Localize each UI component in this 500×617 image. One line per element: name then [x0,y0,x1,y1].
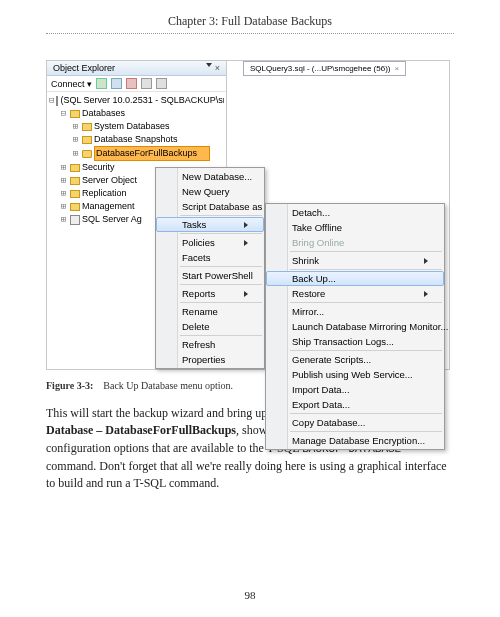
menu-item-label: Manage Database Encryption... [292,435,425,446]
menu-item-label: Start PowerShell [182,270,253,281]
submenu-arrow-icon [244,240,248,246]
menu-item-label: Export Data... [292,399,350,410]
menu-item[interactable]: Back Up... [266,271,444,286]
collapse-icon[interactable]: ⊟ [59,107,68,120]
menu-item[interactable]: Shrink [266,253,444,268]
tree-server[interactable]: ⊟(SQL Server 10.0.2531 - SQLBACKUP\smcge… [49,94,224,107]
page-header: Chapter 3: Full Database Backups [0,0,500,34]
tree-label: System Databases [94,120,170,133]
menu-item[interactable]: New Query [156,184,264,199]
menu-item[interactable]: Launch Database Mirroring Monitor... [266,319,444,334]
menu-item-label: Restore [292,288,325,299]
menu-item[interactable]: Restore [266,286,444,301]
menu-item[interactable]: Import Data... [266,382,444,397]
dropdown-icon[interactable] [206,63,212,67]
folder-icon [82,136,92,144]
menu-separator [180,284,262,285]
menu-item[interactable]: Tasks [156,217,264,232]
tab-close-icon[interactable]: × [395,64,400,73]
menu-separator [290,350,442,351]
disconnect-icon[interactable] [111,78,122,89]
close-icon[interactable]: × [215,63,220,73]
menu-separator [180,233,262,234]
menu-item[interactable]: Manage Database Encryption... [266,433,444,448]
agent-icon [70,215,80,225]
menu-item[interactable]: Generate Scripts... [266,352,444,367]
menu-item-label: Properties [182,354,225,365]
submenu-arrow-icon [424,258,428,264]
menu-separator [290,302,442,303]
menu-item[interactable]: Export Data... [266,397,444,412]
menu-item[interactable]: Reports [156,286,264,301]
menu-item[interactable]: Detach... [266,205,444,220]
menu-item[interactable]: Mirror... [266,304,444,319]
folder-icon [70,164,80,172]
menu-item[interactable]: Ship Transaction Logs... [266,334,444,349]
menu-item[interactable]: Start PowerShell [156,268,264,283]
menu-item-label: Tasks [182,219,206,230]
tree-system-databases[interactable]: ⊞System Databases [49,120,224,133]
folder-icon [70,190,80,198]
menu-item[interactable]: Script Database as [156,199,264,214]
chapter-title: Chapter 3: Full Database Backups [168,14,332,28]
menu-item[interactable]: Facets [156,250,264,265]
menu-item-label: Detach... [292,207,330,218]
database-icon [82,150,92,158]
expand-icon[interactable]: ⊞ [59,174,68,187]
expand-icon[interactable]: ⊞ [71,133,80,146]
folder-icon [70,177,80,185]
menu-item[interactable]: Copy Database... [266,415,444,430]
menu-item-label: Policies [182,237,215,248]
refresh-icon[interactable] [156,78,167,89]
menu-separator [180,335,262,336]
expand-icon[interactable]: ⊞ [59,187,68,200]
object-explorer-titlebar[interactable]: Object Explorer × [47,61,226,76]
menu-item-label: Script Database as [182,201,262,212]
tree-database-snapshots[interactable]: ⊞Database Snapshots [49,133,224,146]
menu-item-label: Reports [182,288,215,299]
menu-separator [290,431,442,432]
menu-item[interactable]: Take Offline [266,220,444,235]
body-text-3: command. Don't forget that all we're rea… [46,459,447,490]
tree-label: Database Snapshots [94,133,178,146]
tree-label-selected: DatabaseForFullBackups [94,146,210,161]
menu-item[interactable]: New Database... [156,169,264,184]
expand-icon[interactable]: ⊞ [59,213,68,226]
figure-screenshot: Object Explorer × Connect ▾ ⊟(SQL Server… [46,60,450,370]
menu-separator [290,251,442,252]
menu-item-label: Rename [182,306,218,317]
expand-icon[interactable]: ⊞ [71,120,80,133]
expand-icon[interactable]: ⊞ [59,161,68,174]
expand-icon[interactable]: ⊞ [59,200,68,213]
expand-icon[interactable]: ⊞ [71,147,80,160]
tree-label: SQL Server Ag [82,213,142,226]
header-rule [46,33,454,34]
connect-icon[interactable] [96,78,107,89]
menu-item[interactable]: Properties [156,352,264,367]
menu-item-label: Copy Database... [292,417,365,428]
menu-separator [180,266,262,267]
filter-icon[interactable] [141,78,152,89]
context-menu-database: New Database...New QueryScript Database … [155,167,265,369]
menu-item[interactable]: Publish using Web Service... [266,367,444,382]
object-explorer-toolbar: Connect ▾ [47,76,226,92]
collapse-icon[interactable]: ⊟ [49,94,54,107]
menu-item-label: Back Up... [292,273,336,284]
submenu-arrow-icon [244,291,248,297]
menu-item-label: Take Offline [292,222,342,233]
tree-selected-database[interactable]: ⊞DatabaseForFullBackups [49,146,224,161]
menu-item[interactable]: Refresh [156,337,264,352]
menu-item[interactable]: Policies [156,235,264,250]
tree-label: Replication [82,187,127,200]
menu-item-label: Import Data... [292,384,350,395]
stop-icon[interactable] [126,78,137,89]
editor-tab[interactable]: SQLQuery3.sql - (...UP\smcgehee (56)) × [243,61,406,76]
menu-item[interactable]: Delete [156,319,264,334]
menu-separator [180,302,262,303]
server-icon [56,96,58,106]
menu-item[interactable]: Rename [156,304,264,319]
tree-label: Management [82,200,135,213]
tree-label: (SQL Server 10.0.2531 - SQLBACKUP\smcgeh… [60,94,224,107]
tree-databases[interactable]: ⊟Databases [49,107,224,120]
connect-dropdown[interactable]: Connect ▾ [51,79,92,89]
